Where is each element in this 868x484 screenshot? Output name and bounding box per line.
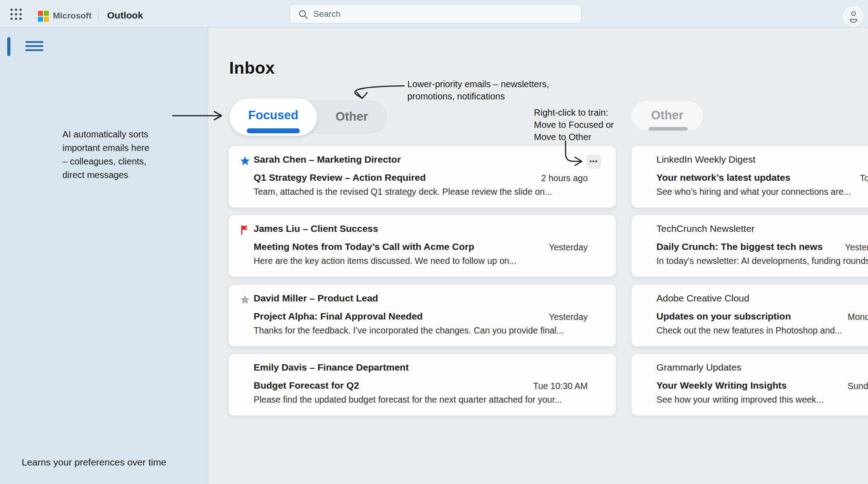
email-time: Monday	[848, 312, 868, 322]
arrow-to-other-tab	[355, 86, 404, 99]
email-sender: TechCrunch Newsletter	[656, 223, 755, 234]
email-sender: James Liu – Client Success	[254, 223, 378, 234]
annotation-line: AI automatically sorts	[62, 127, 175, 141]
outlook-window: Microsoft Outlook AI automatically sorts…	[0, 0, 868, 484]
star-icon[interactable]	[240, 295, 250, 305]
email-time: Yesterday	[549, 242, 588, 253]
email-sender: Emily Davis – Finance Department	[254, 362, 409, 373]
page-title: Inbox	[229, 59, 275, 78]
email-row-techcrunch[interactable]: TechCrunch Newsletter Daily Crunch: The …	[631, 215, 868, 277]
annotation-lower-priority: Lower-priority emails – newsletters, pro…	[407, 78, 549, 103]
tab-focused[interactable]: Focused	[230, 99, 317, 136]
email-preview: Thanks for the feedback. I’ve incorporat…	[254, 325, 564, 336]
email-preview: Here are the key action items discussed.…	[254, 256, 517, 266]
email-preview: In today’s newsletter: AI developments, …	[656, 256, 868, 266]
tab-other[interactable]: Other	[317, 101, 387, 133]
email-time: Yesterday	[845, 242, 868, 253]
app-launcher-icon[interactable]	[9, 7, 23, 21]
email-preview: See how your writing improved this week.…	[656, 395, 824, 405]
microsoft-brand-text: Microsoft	[53, 11, 92, 21]
email-row-linkedin[interactable]: LinkedIn Weekly Digest Your network’s la…	[631, 146, 868, 208]
email-sender: Grammarly Updates	[656, 362, 741, 373]
more-options-button[interactable]: •••	[586, 155, 601, 169]
brand-divider	[98, 9, 99, 21]
email-time: 2 hours ago	[541, 173, 588, 183]
annotation-right-click-train: Right-click to train: Move to Focused or…	[534, 107, 614, 143]
email-row-james-liu[interactable]: James Liu – Client Success Meeting Notes…	[228, 215, 616, 277]
email-preview: Check out the new features in Photoshop …	[656, 325, 842, 336]
email-row-sarah-chen[interactable]: Sarah Chen – Marketing Director Q1 Strat…	[228, 146, 616, 208]
email-sender: Adobe Creative Cloud	[656, 293, 749, 304]
annotation-line: Lower-priority emails – newsletters,	[407, 78, 549, 90]
app-title: Outlook	[107, 10, 143, 21]
email-preview: See who’s hiring and what your connectio…	[656, 187, 851, 197]
annotation-learns-preferences: Learns your preferences over time	[22, 456, 166, 469]
email-time: Today	[860, 173, 868, 183]
microsoft-logo	[38, 11, 49, 22]
email-preview: Team, attached is the revised Q1 strateg…	[254, 187, 552, 197]
email-time: Sunday	[848, 381, 868, 391]
email-sender: LinkedIn Weekly Digest	[656, 154, 755, 165]
other-column-underline	[649, 127, 688, 131]
email-time: Tue 10:30 AM	[533, 381, 588, 391]
annotation-line: promotions, notifications	[407, 90, 549, 103]
account-icon[interactable]	[842, 5, 864, 28]
top-bar: Microsoft Outlook	[0, 0, 868, 28]
annotation-line: Move to Other	[534, 131, 614, 143]
email-sender: David Miller – Product Lead	[254, 293, 378, 304]
email-row-emily-davis[interactable]: Emily Davis – Finance Department Budget …	[228, 353, 616, 416]
annotation-line: important emails here	[62, 141, 175, 155]
email-subject: Daily Crunch: The biggest tech news	[656, 241, 823, 252]
email-subject: Your Weekly Writing Insights	[656, 380, 787, 391]
email-subject: Updates on your subscription	[656, 311, 791, 322]
star-icon[interactable]	[240, 156, 250, 166]
email-row-grammarly[interactable]: Grammarly Updates Your Weekly Writing In…	[631, 353, 868, 416]
tab-focused-active-underline	[247, 128, 300, 133]
email-subject: Project Alpha: Final Approval Needed	[254, 311, 423, 322]
annotation-line: – colleagues, clients,	[62, 155, 175, 168]
flag-icon[interactable]	[240, 225, 250, 235]
annotation-line: Right-click to train:	[534, 107, 614, 119]
annotation-line: Move to Focused or	[534, 119, 614, 131]
other-column-heading: Other	[632, 101, 703, 130]
search-input[interactable]	[312, 5, 567, 23]
selection-indicator	[7, 37, 10, 56]
email-row-david-miller[interactable]: David Miller – Product Lead Project Alph…	[228, 284, 616, 347]
search-icon	[298, 9, 309, 20]
email-preview: Please find the updated budget forecast …	[254, 395, 562, 405]
email-time: Yesterday	[549, 312, 588, 322]
annotation-focused-sorting: AI automatically sorts important emails …	[62, 127, 175, 182]
tab-other-label: Other	[317, 110, 387, 124]
email-sender: Sarah Chen – Marketing Director	[254, 154, 401, 165]
tab-focused-label: Focused	[230, 108, 317, 122]
email-subject: Meeting Notes from Today’s Call with Acm…	[254, 241, 474, 252]
search-box[interactable]	[289, 4, 581, 23]
email-row-adobe[interactable]: Adobe Creative Cloud Updates on your sub…	[631, 284, 868, 347]
annotation-line: direct messages	[62, 168, 175, 182]
email-subject: Your network’s latest updates	[656, 172, 790, 183]
other-column-heading-label: Other	[632, 108, 703, 122]
menu-icon[interactable]	[25, 41, 43, 53]
left-pane: AI automatically sorts important emails …	[0, 27, 208, 484]
email-subject: Q1 Strategy Review – Action Required	[254, 172, 426, 183]
email-subject: Budget Forecast for Q2	[254, 380, 359, 391]
